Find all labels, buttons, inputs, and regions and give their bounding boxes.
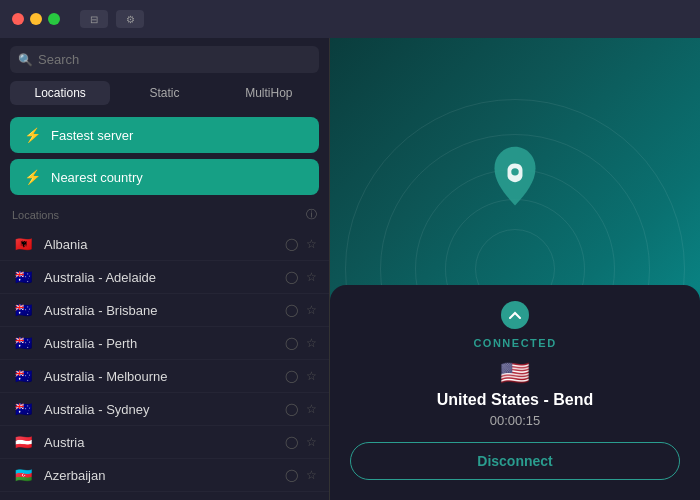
- au-brisbane-flag: 🇦🇺: [12, 302, 34, 318]
- title-bar: ⊟ ⚙: [0, 0, 700, 38]
- traffic-lights: [12, 13, 60, 25]
- signal-icon: ◯: [285, 468, 298, 482]
- signal-icon: ◯: [285, 336, 298, 350]
- right-panel: CONNECTED 🇺🇸 United States - Bend 00:00:…: [330, 38, 700, 500]
- au-sydney-flag: 🇦🇺: [12, 401, 34, 417]
- austria-flag: 🇦🇹: [12, 434, 34, 450]
- minimize-button[interactable]: [30, 13, 42, 25]
- maximize-button[interactable]: [48, 13, 60, 25]
- nearest-icon: ⚡: [24, 169, 41, 185]
- austria-name: Austria: [44, 435, 285, 450]
- disconnect-button[interactable]: Disconnect: [350, 442, 680, 480]
- signal-icon: ◯: [285, 369, 298, 383]
- tab-locations[interactable]: Locations: [10, 81, 110, 105]
- au-adelaide-flag: 🇦🇺: [12, 269, 34, 285]
- connection-timer: 00:00:15: [490, 413, 541, 428]
- location-list: 🇦🇱 Albania ◯ ☆ 🇦🇺 Australia - Adelaide ◯…: [0, 228, 329, 500]
- nearest-country-button[interactable]: ⚡ Nearest country: [10, 159, 319, 195]
- au-perth-actions: ◯ ☆: [285, 336, 317, 350]
- search-icon: 🔍: [18, 53, 33, 67]
- connected-country: United States - Bend: [437, 391, 593, 409]
- azerbaijan-name: Azerbaijan: [44, 468, 285, 483]
- vpn-logo: [485, 142, 545, 212]
- list-item[interactable]: 🇦🇿 Azerbaijan ◯ ☆: [0, 459, 329, 492]
- country-flag-large: 🇺🇸: [500, 359, 530, 387]
- list-item[interactable]: 🇦🇱 Albania ◯ ☆: [0, 228, 329, 261]
- au-adelaide-actions: ◯ ☆: [285, 270, 317, 284]
- star-icon[interactable]: ☆: [306, 402, 317, 416]
- star-icon[interactable]: ☆: [306, 237, 317, 251]
- close-button[interactable]: [12, 13, 24, 25]
- settings-btn[interactable]: ⚙: [116, 10, 144, 28]
- locations-title: Locations: [12, 209, 59, 221]
- au-melbourne-flag: 🇦🇺: [12, 368, 34, 384]
- search-bar: 🔍: [0, 38, 329, 81]
- star-icon[interactable]: ☆: [306, 270, 317, 284]
- star-icon[interactable]: ☆: [306, 435, 317, 449]
- signal-icon: ◯: [285, 402, 298, 416]
- connected-status: CONNECTED: [473, 337, 556, 349]
- austria-actions: ◯ ☆: [285, 435, 317, 449]
- signal-icon: ◯: [285, 435, 298, 449]
- star-icon[interactable]: ☆: [306, 468, 317, 482]
- nearest-label: Nearest country: [51, 170, 143, 185]
- tab-static[interactable]: Static: [114, 81, 214, 105]
- list-item[interactable]: 🇦🇹 Austria ◯ ☆: [0, 426, 329, 459]
- au-melbourne-actions: ◯ ☆: [285, 369, 317, 383]
- signal-icon: ◯: [285, 237, 298, 251]
- list-item[interactable]: 🇦🇺 Australia - Brisbane ◯ ☆: [0, 294, 329, 327]
- left-panel: 🔍 Locations Static MultiHop ⚡ Fastest se…: [0, 38, 330, 500]
- title-bar-controls: ⊟ ⚙: [80, 10, 144, 28]
- list-item[interactable]: 🇦🇺 Australia - Melbourne ◯ ☆: [0, 360, 329, 393]
- connected-card: CONNECTED 🇺🇸 United States - Bend 00:00:…: [330, 285, 700, 500]
- au-melbourne-name: Australia - Melbourne: [44, 369, 285, 384]
- star-icon[interactable]: ☆: [306, 303, 317, 317]
- au-brisbane-name: Australia - Brisbane: [44, 303, 285, 318]
- signal-icon: ◯: [285, 303, 298, 317]
- tabs: Locations Static MultiHop: [0, 81, 329, 113]
- list-item[interactable]: 🇦🇺 Australia - Sydney ◯ ☆: [0, 393, 329, 426]
- svg-point-0: [511, 168, 518, 175]
- au-perth-name: Australia - Perth: [44, 336, 285, 351]
- fastest-icon: ⚡: [24, 127, 41, 143]
- au-sydney-name: Australia - Sydney: [44, 402, 285, 417]
- list-item[interactable]: 🇧🇪 Belgium ◯ ☆: [0, 492, 329, 500]
- albania-flag: 🇦🇱: [12, 236, 34, 252]
- fastest-server-button[interactable]: ⚡ Fastest server: [10, 117, 319, 153]
- main-layout: 🔍 Locations Static MultiHop ⚡ Fastest se…: [0, 38, 700, 500]
- quick-actions: ⚡ Fastest server ⚡ Nearest country: [0, 113, 329, 203]
- fastest-label: Fastest server: [51, 128, 133, 143]
- tab-multihop[interactable]: MultiHop: [219, 81, 319, 105]
- au-adelaide-name: Australia - Adelaide: [44, 270, 285, 285]
- info-icon[interactable]: ⓘ: [306, 207, 317, 222]
- locations-header: Locations ⓘ: [0, 203, 329, 228]
- list-item[interactable]: 🇦🇺 Australia - Perth ◯ ☆: [0, 327, 329, 360]
- star-icon[interactable]: ☆: [306, 336, 317, 350]
- au-perth-flag: 🇦🇺: [12, 335, 34, 351]
- window-control-btn[interactable]: ⊟: [80, 10, 108, 28]
- albania-actions: ◯ ☆: [285, 237, 317, 251]
- chevron-up-button[interactable]: [501, 301, 529, 329]
- star-icon[interactable]: ☆: [306, 369, 317, 383]
- azerbaijan-flag: 🇦🇿: [12, 467, 34, 483]
- search-input[interactable]: [10, 46, 319, 73]
- list-item[interactable]: 🇦🇺 Australia - Adelaide ◯ ☆: [0, 261, 329, 294]
- azerbaijan-actions: ◯ ☆: [285, 468, 317, 482]
- signal-icon: ◯: [285, 270, 298, 284]
- albania-name: Albania: [44, 237, 285, 252]
- au-sydney-actions: ◯ ☆: [285, 402, 317, 416]
- au-brisbane-actions: ◯ ☆: [285, 303, 317, 317]
